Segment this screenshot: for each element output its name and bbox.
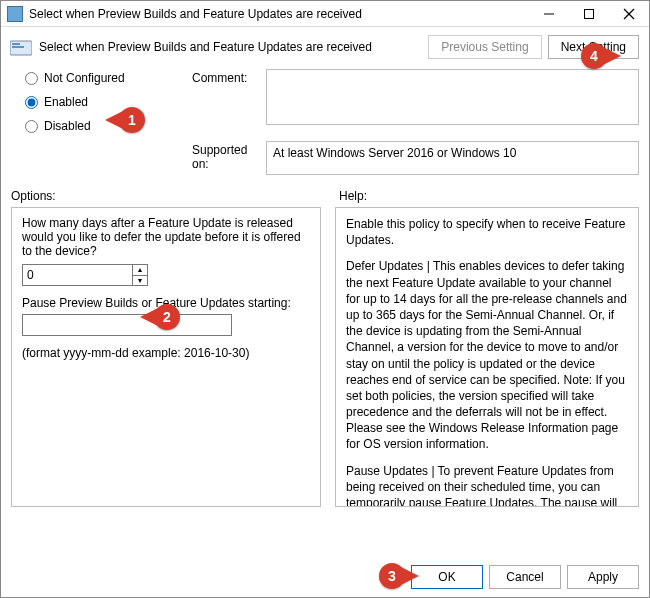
options-pane: How many days after a Feature Update is … xyxy=(11,207,321,507)
window-buttons xyxy=(529,1,649,26)
apply-button[interactable]: Apply xyxy=(567,565,639,589)
comment-label: Comment: xyxy=(192,69,264,85)
options-label: Options: xyxy=(11,189,321,203)
cancel-button[interactable]: Cancel xyxy=(489,565,561,589)
minimize-button[interactable] xyxy=(529,1,569,26)
radio-disabled-input[interactable] xyxy=(25,120,38,133)
comment-textarea[interactable] xyxy=(266,69,639,125)
policy-header-icon xyxy=(9,37,33,57)
spinner-down-icon[interactable]: ▼ xyxy=(133,276,147,286)
window-title: Select when Preview Builds and Feature U… xyxy=(29,7,529,21)
radio-disabled-label: Disabled xyxy=(44,119,91,133)
annotation-3: 3 xyxy=(379,563,405,589)
defer-days-control: ▲ ▼ xyxy=(22,264,310,286)
defer-days-spinner[interactable]: ▲ ▼ xyxy=(132,264,148,286)
spinner-up-icon[interactable]: ▲ xyxy=(133,265,147,276)
help-paragraph: Pause Updates | To prevent Feature Updat… xyxy=(346,463,628,507)
defer-question: How many days after a Feature Update is … xyxy=(22,216,310,258)
pause-label: Pause Preview Builds or Feature Updates … xyxy=(22,296,310,310)
radio-disabled[interactable]: Disabled xyxy=(25,119,190,133)
next-setting-button[interactable]: Next Setting xyxy=(548,35,639,59)
panes: How many days after a Feature Update is … xyxy=(1,207,649,507)
dialog-buttons: OK Cancel Apply xyxy=(411,565,639,589)
radio-enabled-label: Enabled xyxy=(44,95,88,109)
previous-setting-button[interactable]: Previous Setting xyxy=(428,35,541,59)
state-radios: Not Configured Enabled Disabled xyxy=(25,69,190,133)
header-subtitle: Select when Preview Builds and Feature U… xyxy=(39,40,422,54)
help-label: Help: xyxy=(339,189,367,203)
section-labels: Options: Help: xyxy=(1,175,649,207)
svg-rect-1 xyxy=(585,9,594,18)
close-button[interactable] xyxy=(609,1,649,26)
defer-days-input[interactable] xyxy=(22,264,132,286)
svg-rect-5 xyxy=(12,43,20,45)
supported-row: Supported on: At least Windows Server 20… xyxy=(1,133,649,175)
policy-icon xyxy=(7,6,23,22)
supported-on-label: Supported on: xyxy=(192,141,264,171)
radio-not-configured[interactable]: Not Configured xyxy=(25,71,190,85)
format-hint: (format yyyy-mm-dd example: 2016-10-30) xyxy=(22,346,310,360)
radio-not-configured-label: Not Configured xyxy=(44,71,125,85)
radio-not-configured-input[interactable] xyxy=(25,72,38,85)
header-row: Select when Preview Builds and Feature U… xyxy=(1,27,649,63)
pause-date-input[interactable] xyxy=(22,314,232,336)
svg-rect-6 xyxy=(12,46,24,48)
state-comment-grid: Not Configured Enabled Disabled Comment: xyxy=(1,63,649,133)
radio-enabled-input[interactable] xyxy=(25,96,38,109)
maximize-button[interactable] xyxy=(569,1,609,26)
help-pane: Enable this policy to specify when to re… xyxy=(335,207,639,507)
supported-on-value: At least Windows Server 2016 or Windows … xyxy=(266,141,639,175)
titlebar: Select when Preview Builds and Feature U… xyxy=(1,1,649,27)
ok-button[interactable]: OK xyxy=(411,565,483,589)
radio-enabled[interactable]: Enabled xyxy=(25,95,190,109)
help-paragraph: Enable this policy to specify when to re… xyxy=(346,216,628,248)
help-paragraph: Defer Updates | This enables devices to … xyxy=(346,258,628,452)
